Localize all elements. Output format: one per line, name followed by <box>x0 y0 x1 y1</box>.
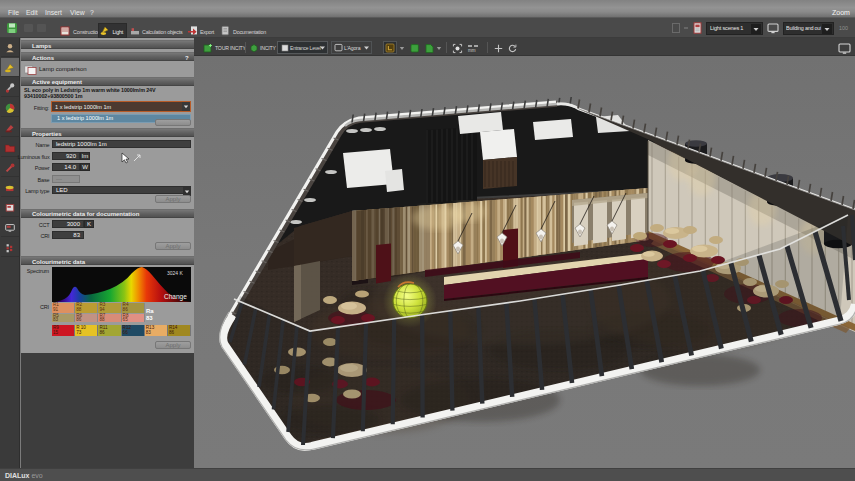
svg-text:3024 K: 3024 K <box>167 270 184 276</box>
svg-text:mm: mm <box>468 48 476 53</box>
svg-text:Change: Change <box>164 293 187 301</box>
